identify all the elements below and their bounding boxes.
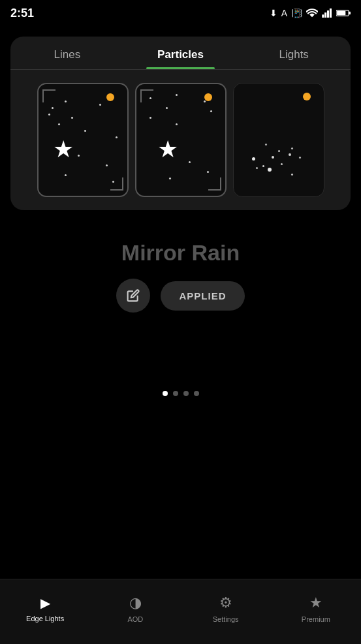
svg-rect-5 <box>337 11 345 16</box>
theme-name: Mirror Rain <box>121 240 240 266</box>
particle <box>265 144 267 146</box>
particle <box>291 174 293 176</box>
signal-icon <box>322 8 332 18</box>
pencil-icon <box>127 289 140 302</box>
particle <box>256 167 258 169</box>
tab-card: Lines Particles Lights <box>10 37 351 210</box>
nav-item-aod[interactable]: ◑ AOD <box>109 594 161 623</box>
preview-item-2[interactable]: ★ <box>135 83 227 197</box>
edit-button[interactable] <box>116 279 150 313</box>
download-icon: ⬇ <box>270 8 277 18</box>
tab-lights[interactable]: Lights <box>237 37 351 69</box>
battery-icon <box>336 9 351 17</box>
bracket-br <box>208 177 221 191</box>
particle <box>84 130 86 132</box>
particle <box>210 110 212 112</box>
main-content: Lines Particles Lights <box>0 26 361 644</box>
particle <box>281 163 283 165</box>
preview-item-3[interactable] <box>233 83 324 197</box>
applied-button[interactable]: APPLIED <box>161 281 244 311</box>
pagination-dot-3 <box>183 391 189 396</box>
previews-container: ★ ★ <box>10 70 351 210</box>
particle <box>278 150 280 152</box>
status-icons: ⬇ A 📳 <box>270 8 351 18</box>
particle <box>291 147 293 149</box>
particle <box>71 117 73 119</box>
particle <box>52 107 54 109</box>
particle <box>149 117 151 119</box>
particle <box>48 114 50 115</box>
particle <box>272 156 274 159</box>
particle <box>204 100 206 102</box>
vibrate-icon: 📳 <box>291 8 302 18</box>
particle <box>299 157 301 159</box>
action-buttons: APPLIED <box>116 279 244 313</box>
svg-rect-3 <box>330 8 332 18</box>
aod-icon: ◑ <box>129 594 142 611</box>
theme-info: Mirror Rain APPLIED <box>0 240 361 313</box>
settings-gear-icon: ⚙ <box>219 594 232 611</box>
orange-dot <box>204 93 212 101</box>
particle <box>176 123 178 125</box>
pagination <box>0 391 361 396</box>
svg-rect-0 <box>322 14 324 18</box>
status-time: 2:51 <box>10 7 34 20</box>
star-symbol: ★ <box>157 136 178 163</box>
tab-particles[interactable]: Particles <box>124 37 238 69</box>
particle <box>166 107 168 109</box>
nav-label-edge-lights: Edge Lights <box>26 615 64 622</box>
particle <box>252 157 255 161</box>
svg-rect-1 <box>324 12 326 18</box>
orange-dot <box>303 93 311 100</box>
particle <box>207 171 209 173</box>
particle <box>268 168 272 172</box>
bracket-tl <box>140 89 153 102</box>
nav-label-premium: Premium <box>302 615 330 623</box>
bottom-nav: ▶ Edge Lights ◑ AOD ⚙ Settings ★ Premium <box>0 579 361 644</box>
nav-item-edge-lights[interactable]: ▶ Edge Lights <box>19 595 71 622</box>
nav-item-premium[interactable]: ★ Premium <box>290 594 342 623</box>
particle <box>169 177 171 179</box>
particle <box>116 136 118 138</box>
pagination-dot-4 <box>194 391 199 396</box>
pagination-dot-1 <box>163 391 168 396</box>
nav-label-aod: AOD <box>127 615 143 623</box>
particle <box>176 94 178 96</box>
nav-item-settings[interactable]: ⚙ Settings <box>200 594 252 623</box>
particle <box>65 100 67 102</box>
wifi-icon <box>306 8 318 18</box>
svg-rect-6 <box>349 12 351 14</box>
star-symbol: ★ <box>53 136 74 163</box>
tabs-container: Lines Particles Lights <box>10 37 351 70</box>
particle <box>106 164 108 166</box>
nav-label-settings: Settings <box>213 615 239 623</box>
particle <box>99 104 101 106</box>
status-bar: 2:51 ⬇ A 📳 <box>0 0 361 26</box>
text-icon: A <box>281 8 287 18</box>
pagination-dot-2 <box>173 391 178 396</box>
tab-lines[interactable]: Lines <box>10 37 124 69</box>
particle <box>189 161 191 163</box>
bracket-br <box>110 177 123 191</box>
preview-item-1[interactable]: ★ <box>37 83 129 197</box>
orange-dot <box>106 93 114 101</box>
particle <box>58 123 60 125</box>
svg-rect-2 <box>327 10 329 18</box>
bracket-tl <box>42 89 55 102</box>
particle <box>289 153 291 156</box>
particle <box>262 165 264 167</box>
particle <box>65 174 67 176</box>
premium-star-icon: ★ <box>309 594 322 611</box>
edge-lights-icon: ▶ <box>40 595 50 611</box>
particle <box>78 155 80 157</box>
